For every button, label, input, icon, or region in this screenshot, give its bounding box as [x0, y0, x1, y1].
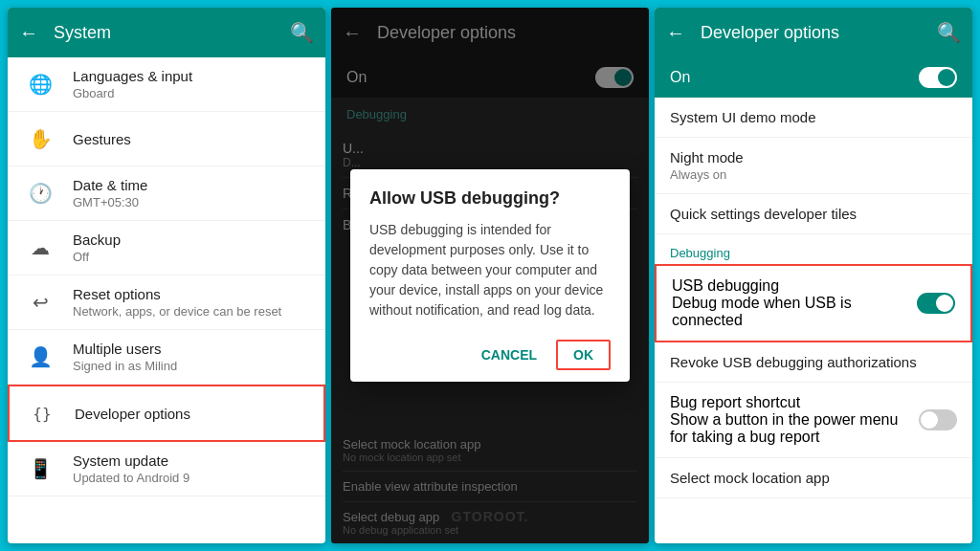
- screen3-toggle-label: On: [670, 69, 690, 86]
- list-item-languages[interactable]: 🌐 Languages & input Gboard: [8, 57, 325, 112]
- developer-icon: {}: [25, 396, 59, 430]
- usbdebug-toggle[interactable]: [917, 293, 955, 314]
- screen3: ← Developer options 🔍 On System UI demo …: [655, 8, 972, 543]
- screen3-back-icon[interactable]: ←: [666, 22, 685, 44]
- screen1-back-icon[interactable]: ←: [19, 22, 38, 44]
- backup-title: Backup: [73, 231, 310, 248]
- list-item-reset[interactable]: ↩ Reset options Network, apps, or device…: [8, 276, 325, 330]
- users-title: Multiple users: [73, 341, 310, 357]
- mockloc-title: Select mock location app: [670, 470, 957, 486]
- s3-item-usbdebug[interactable]: USB debugging Debug mode when USB is con…: [655, 264, 972, 342]
- dialog-overlay: Allow USB debugging? USB debugging is in…: [331, 8, 649, 543]
- s3-item-mockloc[interactable]: Select mock location app: [655, 458, 972, 498]
- s3-item-bugreport[interactable]: Bug report shortcut Show a button in the…: [655, 383, 972, 458]
- dialog-actions: CANCEL OK: [369, 340, 611, 370]
- screen3-content: System UI demo mode Night mode Always on…: [655, 98, 972, 543]
- nightmode-sub: Always on: [670, 167, 957, 182]
- screen1-header: ← System 🔍: [8, 8, 325, 57]
- users-icon: 👤: [23, 340, 57, 374]
- datetime-title: Date & time: [73, 177, 310, 193]
- dialog-cancel-button[interactable]: CANCEL: [470, 340, 548, 370]
- languages-icon: 🌐: [23, 67, 57, 101]
- screen3-header: ← Developer options 🔍: [655, 8, 972, 57]
- dialog-title: Allow USB debugging?: [369, 188, 611, 209]
- list-item-gestures[interactable]: ✋ Gestures: [8, 112, 325, 166]
- sysupdate-title: System update: [73, 452, 310, 469]
- s3-item-revoke[interactable]: Revoke USB debugging authorizations: [655, 342, 972, 383]
- languages-subtitle: Gboard: [73, 86, 310, 100]
- developer-title: Developer options: [75, 406, 308, 422]
- s3-item-nightmode[interactable]: Night mode Always on: [655, 138, 972, 194]
- gestures-icon: ✋: [23, 121, 57, 156]
- screen2: ← Developer options On Debugging U... D.…: [331, 8, 649, 543]
- screen3-toggle-knob: [938, 69, 955, 86]
- screen1: ← System 🔍 🌐 Languages & input Gboard ✋ …: [8, 8, 325, 543]
- dialog-ok-button[interactable]: OK: [556, 340, 611, 370]
- bugreport-toggle-knob: [921, 411, 938, 429]
- usb-debug-dialog: Allow USB debugging? USB debugging is in…: [350, 169, 630, 382]
- list-item-sysupdate[interactable]: 📱 System update Updated to Android 9: [8, 442, 325, 496]
- users-subtitle: Signed in as Milind: [73, 359, 310, 373]
- usbdebug-toggle-knob: [936, 295, 953, 312]
- reset-icon: ↩: [23, 285, 57, 320]
- datetime-icon: 🕐: [23, 176, 57, 210]
- backup-subtitle: Off: [73, 250, 310, 264]
- s3-item-sysui[interactable]: System UI demo mode: [655, 98, 972, 138]
- screen3-section-label: Debugging: [655, 234, 972, 264]
- sysupdate-subtitle: Updated to Android 9: [73, 471, 310, 485]
- list-item-datetime[interactable]: 🕐 Date & time GMT+05:30: [8, 166, 325, 221]
- bugreport-sub: Show a button in the power menu for taki…: [670, 411, 911, 446]
- screen1-title: System: [54, 23, 290, 43]
- bugreport-title: Bug report shortcut: [670, 394, 911, 411]
- languages-title: Languages & input: [73, 68, 310, 84]
- bugreport-toggle[interactable]: [919, 409, 957, 430]
- usbdebug-sub: Debug mode when USB is connected: [672, 295, 909, 329]
- screen3-search-icon[interactable]: 🔍: [937, 21, 961, 44]
- s3-item-quicktiles[interactable]: Quick settings developer tiles: [655, 194, 972, 234]
- screen3-toggle-row: On: [655, 57, 972, 98]
- reset-subtitle: Network, apps, or device can be reset: [73, 304, 310, 319]
- nightmode-title: Night mode: [670, 149, 957, 165]
- datetime-subtitle: GMT+05:30: [73, 195, 310, 209]
- reset-title: Reset options: [73, 286, 310, 302]
- revoke-title: Revoke USB debugging authorizations: [670, 354, 957, 370]
- screen3-title: Developer options: [701, 23, 937, 43]
- list-item-users[interactable]: 👤 Multiple users Signed in as Milind: [8, 330, 325, 385]
- backup-icon: ☁: [23, 231, 57, 265]
- screen1-content: 🌐 Languages & input Gboard ✋ Gestures 🕐 …: [8, 57, 325, 543]
- dialog-body: USB debugging is intended for developmen…: [369, 220, 611, 320]
- usbdebug-title: USB debugging: [672, 277, 909, 295]
- gestures-title: Gestures: [73, 131, 310, 147]
- screen3-toggle[interactable]: [919, 67, 957, 88]
- quicktiles-title: Quick settings developer tiles: [670, 206, 957, 222]
- sysui-title: System UI demo mode: [670, 109, 957, 125]
- screen1-search-icon[interactable]: 🔍: [290, 21, 314, 44]
- screens-container: ← System 🔍 🌐 Languages & input Gboard ✋ …: [0, 0, 980, 551]
- sysupdate-icon: 📱: [23, 452, 57, 486]
- list-item-backup[interactable]: ☁ Backup Off: [8, 221, 325, 276]
- list-item-developer[interactable]: {} Developer options: [8, 385, 325, 442]
